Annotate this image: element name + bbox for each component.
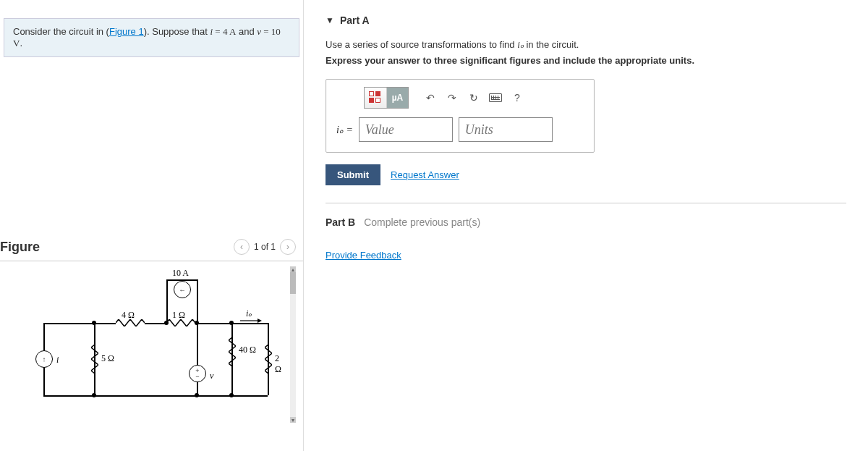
- keyboard-button[interactable]: [485, 88, 506, 108]
- figure-link[interactable]: Figure 1: [109, 26, 144, 37]
- units-input[interactable]: [459, 117, 553, 142]
- circuit-diagram: ↑ i ← 10 A +− v 4 Ω 1 Ω 5 Ω 40 Ω: [43, 272, 282, 402]
- figure-prev-button[interactable]: ‹: [234, 239, 250, 255]
- instruction-2: Express your answer to three significant…: [326, 55, 846, 66]
- redo-button[interactable]: ↷: [442, 88, 462, 108]
- part-b-status: Complete previous part(s): [364, 216, 480, 228]
- divider: [0, 261, 303, 261]
- current-source-i: ↑: [35, 350, 53, 368]
- scroll-up-button[interactable]: ▴: [290, 266, 296, 272]
- templates-button[interactable]: [365, 88, 386, 108]
- equation-label: iₒ =: [336, 124, 353, 136]
- provide-feedback-link[interactable]: Provide Feedback: [326, 250, 401, 261]
- prompt-text: Consider the circuit in (: [13, 26, 109, 37]
- keyboard-icon: [489, 93, 502, 102]
- help-button[interactable]: ?: [507, 88, 527, 108]
- figure-pager: ‹ 1 of 1 ›: [234, 239, 296, 255]
- current-source-10a: ←: [174, 281, 191, 298]
- io-arrow-icon: [240, 317, 262, 324]
- resistor-5ohm: [91, 345, 98, 374]
- part-a-header[interactable]: ▼ Part A: [326, 14, 846, 26]
- figure-pager-text: 1 of 1: [254, 242, 276, 252]
- instruction-1: Use a series of source transformations t…: [326, 39, 846, 51]
- submit-button[interactable]: Submit: [326, 164, 380, 185]
- problem-prompt: Consider the circuit in (Figure 1). Supp…: [4, 18, 299, 57]
- figure-title: Figure: [0, 240, 40, 255]
- scrollbar-thumb[interactable]: [290, 272, 296, 294]
- voltage-source-v: +−: [189, 365, 206, 382]
- part-a-title: Part A: [340, 14, 370, 26]
- units-button[interactable]: µA: [386, 88, 408, 108]
- reset-button[interactable]: ↻: [464, 88, 484, 108]
- figure-next-button[interactable]: ›: [280, 239, 296, 255]
- answer-widget: µA ↶ ↷ ↻ ? iₒ =: [326, 79, 595, 153]
- divider: [326, 203, 846, 203]
- resistor-2ohm: [265, 345, 272, 374]
- part-b-label: Part B: [326, 216, 355, 228]
- resistor-40ohm: [229, 337, 236, 366]
- value-input[interactable]: [359, 117, 453, 142]
- svg-marker-1: [258, 319, 262, 323]
- answer-toolbar: µA ↶ ↷ ↻ ?: [364, 87, 584, 109]
- part-b-row: Part B Complete previous part(s): [326, 216, 846, 228]
- caret-down-icon: ▼: [326, 15, 334, 25]
- scroll-down-button[interactable]: ▾: [290, 417, 296, 423]
- undo-button[interactable]: ↶: [420, 88, 441, 108]
- request-answer-link[interactable]: Request Answer: [391, 169, 459, 180]
